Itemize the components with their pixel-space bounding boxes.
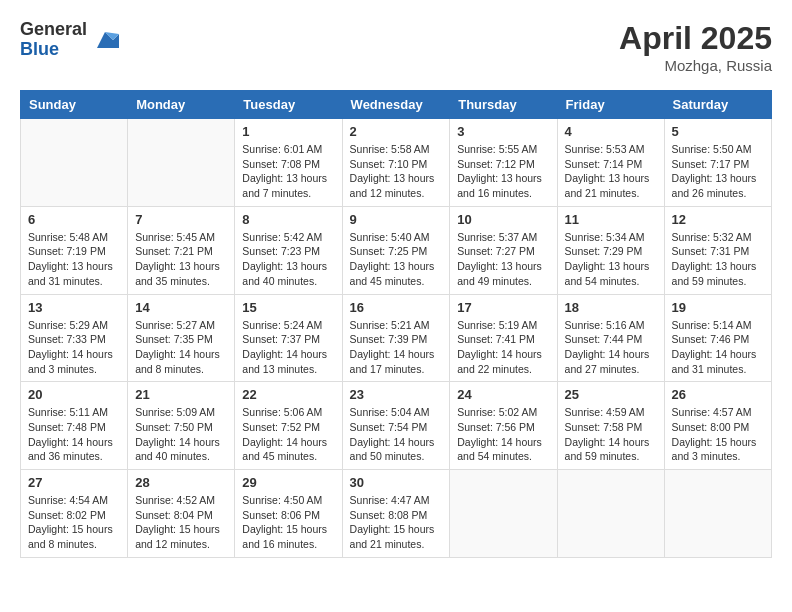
day-content: Sunrise: 4:52 AM Sunset: 8:04 PM Dayligh…	[135, 493, 227, 552]
day-content: Sunrise: 5:24 AM Sunset: 7:37 PM Dayligh…	[242, 318, 334, 377]
calendar-cell: 4Sunrise: 5:53 AM Sunset: 7:14 PM Daylig…	[557, 119, 664, 207]
day-content: Sunrise: 5:58 AM Sunset: 7:10 PM Dayligh…	[350, 142, 443, 201]
day-content: Sunrise: 5:29 AM Sunset: 7:33 PM Dayligh…	[28, 318, 120, 377]
month-year-title: April 2025	[619, 20, 772, 57]
day-number: 20	[28, 387, 120, 402]
day-number: 29	[242, 475, 334, 490]
calendar-cell: 21Sunrise: 5:09 AM Sunset: 7:50 PM Dayli…	[128, 382, 235, 470]
weekday-header-monday: Monday	[128, 91, 235, 119]
calendar-cell: 25Sunrise: 4:59 AM Sunset: 7:58 PM Dayli…	[557, 382, 664, 470]
day-content: Sunrise: 5:37 AM Sunset: 7:27 PM Dayligh…	[457, 230, 549, 289]
logo-general-text: General	[20, 20, 87, 40]
day-content: Sunrise: 5:19 AM Sunset: 7:41 PM Dayligh…	[457, 318, 549, 377]
calendar-cell: 27Sunrise: 4:54 AM Sunset: 8:02 PM Dayli…	[21, 470, 128, 558]
calendar-cell: 17Sunrise: 5:19 AM Sunset: 7:41 PM Dayli…	[450, 294, 557, 382]
day-content: Sunrise: 5:34 AM Sunset: 7:29 PM Dayligh…	[565, 230, 657, 289]
weekday-header-sunday: Sunday	[21, 91, 128, 119]
calendar-cell	[128, 119, 235, 207]
calendar-cell: 18Sunrise: 5:16 AM Sunset: 7:44 PM Dayli…	[557, 294, 664, 382]
day-number: 28	[135, 475, 227, 490]
day-content: Sunrise: 5:04 AM Sunset: 7:54 PM Dayligh…	[350, 405, 443, 464]
weekday-header-thursday: Thursday	[450, 91, 557, 119]
day-number: 27	[28, 475, 120, 490]
day-number: 16	[350, 300, 443, 315]
calendar-week-row: 27Sunrise: 4:54 AM Sunset: 8:02 PM Dayli…	[21, 470, 772, 558]
calendar-cell: 12Sunrise: 5:32 AM Sunset: 7:31 PM Dayli…	[664, 206, 771, 294]
logo: General Blue	[20, 20, 119, 60]
calendar-cell	[664, 470, 771, 558]
calendar-cell: 15Sunrise: 5:24 AM Sunset: 7:37 PM Dayli…	[235, 294, 342, 382]
day-number: 19	[672, 300, 764, 315]
calendar-cell: 1Sunrise: 6:01 AM Sunset: 7:08 PM Daylig…	[235, 119, 342, 207]
day-number: 3	[457, 124, 549, 139]
calendar-week-row: 1Sunrise: 6:01 AM Sunset: 7:08 PM Daylig…	[21, 119, 772, 207]
calendar-cell: 11Sunrise: 5:34 AM Sunset: 7:29 PM Dayli…	[557, 206, 664, 294]
calendar-cell: 20Sunrise: 5:11 AM Sunset: 7:48 PM Dayli…	[21, 382, 128, 470]
calendar-cell: 10Sunrise: 5:37 AM Sunset: 7:27 PM Dayli…	[450, 206, 557, 294]
day-content: Sunrise: 5:21 AM Sunset: 7:39 PM Dayligh…	[350, 318, 443, 377]
day-number: 2	[350, 124, 443, 139]
day-number: 21	[135, 387, 227, 402]
calendar-cell: 7Sunrise: 5:45 AM Sunset: 7:21 PM Daylig…	[128, 206, 235, 294]
day-content: Sunrise: 5:50 AM Sunset: 7:17 PM Dayligh…	[672, 142, 764, 201]
day-content: Sunrise: 5:11 AM Sunset: 7:48 PM Dayligh…	[28, 405, 120, 464]
calendar-cell: 5Sunrise: 5:50 AM Sunset: 7:17 PM Daylig…	[664, 119, 771, 207]
day-number: 17	[457, 300, 549, 315]
day-content: Sunrise: 6:01 AM Sunset: 7:08 PM Dayligh…	[242, 142, 334, 201]
calendar-cell: 16Sunrise: 5:21 AM Sunset: 7:39 PM Dayli…	[342, 294, 450, 382]
day-content: Sunrise: 4:59 AM Sunset: 7:58 PM Dayligh…	[565, 405, 657, 464]
weekday-header-row: SundayMondayTuesdayWednesdayThursdayFrid…	[21, 91, 772, 119]
calendar-cell: 23Sunrise: 5:04 AM Sunset: 7:54 PM Dayli…	[342, 382, 450, 470]
day-number: 13	[28, 300, 120, 315]
calendar-week-row: 13Sunrise: 5:29 AM Sunset: 7:33 PM Dayli…	[21, 294, 772, 382]
day-number: 8	[242, 212, 334, 227]
day-number: 10	[457, 212, 549, 227]
day-content: Sunrise: 5:48 AM Sunset: 7:19 PM Dayligh…	[28, 230, 120, 289]
day-number: 7	[135, 212, 227, 227]
calendar-table: SundayMondayTuesdayWednesdayThursdayFrid…	[20, 90, 772, 558]
weekday-header-tuesday: Tuesday	[235, 91, 342, 119]
calendar-cell	[450, 470, 557, 558]
calendar-cell: 14Sunrise: 5:27 AM Sunset: 7:35 PM Dayli…	[128, 294, 235, 382]
logo-icon	[91, 26, 119, 54]
calendar-cell: 26Sunrise: 4:57 AM Sunset: 8:00 PM Dayli…	[664, 382, 771, 470]
day-number: 11	[565, 212, 657, 227]
calendar-cell	[21, 119, 128, 207]
calendar-cell: 19Sunrise: 5:14 AM Sunset: 7:46 PM Dayli…	[664, 294, 771, 382]
calendar-cell	[557, 470, 664, 558]
day-content: Sunrise: 5:53 AM Sunset: 7:14 PM Dayligh…	[565, 142, 657, 201]
day-number: 5	[672, 124, 764, 139]
day-content: Sunrise: 5:16 AM Sunset: 7:44 PM Dayligh…	[565, 318, 657, 377]
day-number: 18	[565, 300, 657, 315]
day-number: 15	[242, 300, 334, 315]
calendar-week-row: 6Sunrise: 5:48 AM Sunset: 7:19 PM Daylig…	[21, 206, 772, 294]
weekday-header-friday: Friday	[557, 91, 664, 119]
day-content: Sunrise: 5:02 AM Sunset: 7:56 PM Dayligh…	[457, 405, 549, 464]
calendar-cell: 24Sunrise: 5:02 AM Sunset: 7:56 PM Dayli…	[450, 382, 557, 470]
day-number: 26	[672, 387, 764, 402]
day-number: 9	[350, 212, 443, 227]
day-number: 12	[672, 212, 764, 227]
day-content: Sunrise: 5:14 AM Sunset: 7:46 PM Dayligh…	[672, 318, 764, 377]
day-content: Sunrise: 4:47 AM Sunset: 8:08 PM Dayligh…	[350, 493, 443, 552]
day-content: Sunrise: 4:54 AM Sunset: 8:02 PM Dayligh…	[28, 493, 120, 552]
title-area: April 2025 Mozhga, Russia	[619, 20, 772, 74]
calendar-cell: 22Sunrise: 5:06 AM Sunset: 7:52 PM Dayli…	[235, 382, 342, 470]
day-content: Sunrise: 5:09 AM Sunset: 7:50 PM Dayligh…	[135, 405, 227, 464]
day-content: Sunrise: 5:45 AM Sunset: 7:21 PM Dayligh…	[135, 230, 227, 289]
day-content: Sunrise: 5:55 AM Sunset: 7:12 PM Dayligh…	[457, 142, 549, 201]
day-content: Sunrise: 4:50 AM Sunset: 8:06 PM Dayligh…	[242, 493, 334, 552]
day-content: Sunrise: 5:40 AM Sunset: 7:25 PM Dayligh…	[350, 230, 443, 289]
day-number: 24	[457, 387, 549, 402]
calendar-cell: 2Sunrise: 5:58 AM Sunset: 7:10 PM Daylig…	[342, 119, 450, 207]
day-number: 23	[350, 387, 443, 402]
calendar-cell: 29Sunrise: 4:50 AM Sunset: 8:06 PM Dayli…	[235, 470, 342, 558]
day-number: 25	[565, 387, 657, 402]
day-number: 30	[350, 475, 443, 490]
day-content: Sunrise: 5:32 AM Sunset: 7:31 PM Dayligh…	[672, 230, 764, 289]
calendar-cell: 30Sunrise: 4:47 AM Sunset: 8:08 PM Dayli…	[342, 470, 450, 558]
weekday-header-saturday: Saturday	[664, 91, 771, 119]
calendar-cell: 28Sunrise: 4:52 AM Sunset: 8:04 PM Dayli…	[128, 470, 235, 558]
day-content: Sunrise: 5:27 AM Sunset: 7:35 PM Dayligh…	[135, 318, 227, 377]
day-number: 6	[28, 212, 120, 227]
